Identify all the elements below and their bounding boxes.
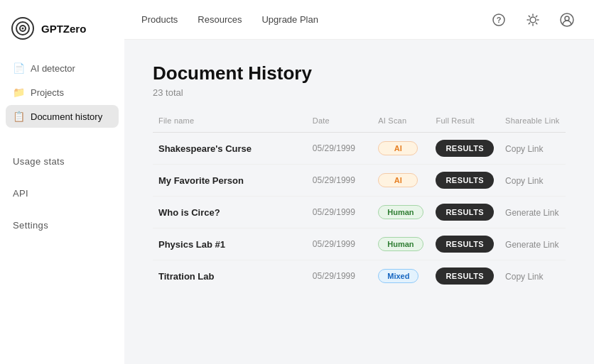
sidebar-item-ai-detector[interactable]: 📄 AI detector [6, 57, 119, 79]
results-button[interactable]: RESULTS [436, 172, 494, 189]
ai-scan-badge: AI [378, 141, 418, 155]
topnav-products[interactable]: Products [141, 14, 178, 25]
col-header-sharelink: Shareable Link [500, 112, 566, 133]
history-icon: 📋 [13, 111, 25, 122]
table-row: Physics Lab #1 05/29/1999 Human RESULTS … [153, 228, 566, 260]
results-button[interactable]: RESULTS [436, 140, 494, 157]
cell-filename: Physics Lab #1 [153, 228, 307, 260]
ai-scan-badge: Human [378, 237, 423, 251]
ai-scan-badge: Human [378, 205, 423, 219]
cell-filename: My Favorite Person [153, 165, 307, 197]
svg-point-15 [565, 16, 569, 21]
sidebar-bottom: Usage stats API Settings [0, 133, 124, 233]
help-icon[interactable]: ? [489, 10, 509, 30]
content-area: Document History 23 total File name Date… [124, 40, 594, 314]
svg-text:?: ? [497, 16, 502, 24]
col-header-fullresult: Full Result [430, 112, 500, 133]
cell-fullresult: RESULTS [430, 260, 500, 292]
col-header-filename: File name [153, 112, 307, 133]
topnav-upgrade[interactable]: Upgrade Plan [261, 14, 318, 25]
cell-sharelink: Copy Link [500, 165, 566, 197]
sidebar-item-label: Projects [31, 87, 64, 98]
svg-line-10 [529, 16, 529, 16]
results-button[interactable]: RESULTS [436, 268, 494, 285]
logo-text: GPTZero [41, 23, 86, 35]
page-subtitle: 23 total [153, 87, 566, 98]
table-row: Titration Lab 05/29/1999 Mixed RESULTS C… [153, 260, 566, 292]
page-title: Document History [153, 62, 566, 84]
cell-aiscan: Human [372, 228, 430, 260]
table-row: Who is Circe? 05/29/1999 Human RESULTS G… [153, 197, 566, 228]
cell-date: 05/29/1999 [307, 133, 372, 165]
cell-fullresult: RESULTS [430, 197, 500, 228]
file-icon: 📄 [13, 62, 25, 74]
cell-filename: Who is Circe? [153, 197, 307, 228]
copy-link-button[interactable]: Copy Link [505, 176, 543, 186]
cell-sharelink: Copy Link [500, 260, 566, 292]
copy-link-button[interactable]: Copy Link [505, 272, 543, 282]
cell-filename: Titration Lab [153, 260, 307, 292]
table-row: My Favorite Person 05/29/1999 AI RESULTS… [153, 165, 566, 197]
table-row: Shakespeare's Curse 05/29/1999 AI RESULT… [153, 133, 566, 165]
generate-link-button[interactable]: Generate Link [505, 240, 558, 250]
logo-area: GPTZero [0, 11, 124, 57]
cell-sharelink: Generate Link [500, 197, 566, 228]
topnav: Products Resources Upgrade Plan ? [124, 0, 594, 40]
usage-stats-label[interactable]: Usage stats [6, 148, 119, 170]
ai-scan-badge: AI [378, 173, 418, 187]
settings-label[interactable]: Settings [6, 216, 119, 233]
main-area: Products Resources Upgrade Plan ? [124, 0, 594, 364]
results-button[interactable]: RESULTS [436, 236, 494, 253]
cell-fullresult: RESULTS [430, 165, 500, 197]
folder-icon: 📁 [13, 87, 25, 98]
api-label[interactable]: API [6, 184, 119, 202]
cell-aiscan: Human [372, 197, 430, 228]
cell-date: 05/29/1999 [307, 228, 372, 260]
results-button[interactable]: RESULTS [436, 204, 494, 221]
cell-aiscan: Mixed [372, 260, 430, 292]
sidebar-item-label: AI detector [31, 63, 75, 74]
generate-link-button[interactable]: Generate Link [505, 208, 558, 218]
svg-line-12 [536, 16, 536, 16]
cell-sharelink: Generate Link [500, 228, 566, 260]
svg-point-2 [22, 28, 24, 30]
topnav-links: Products Resources Upgrade Plan [141, 14, 318, 25]
topnav-resources[interactable]: Resources [198, 14, 242, 25]
cell-date: 05/29/1999 [307, 260, 372, 292]
theme-toggle-icon[interactable] [523, 10, 543, 30]
cell-date: 05/29/1999 [307, 197, 372, 228]
svg-point-5 [530, 17, 536, 23]
cell-aiscan: AI [372, 133, 430, 165]
sidebar-item-label: Document history [31, 111, 102, 122]
cell-fullresult: RESULTS [430, 133, 500, 165]
svg-line-11 [536, 23, 536, 23]
ai-scan-badge: Mixed [378, 269, 418, 283]
copy-link-button[interactable]: Copy Link [505, 144, 543, 154]
account-icon[interactable] [557, 10, 577, 30]
sidebar-nav: 📄 AI detector 📁 Projects 📋 Document hist… [0, 57, 124, 128]
logo-icon [11, 17, 34, 40]
cell-filename: Shakespeare's Curse [153, 133, 307, 165]
col-header-date: Date [307, 112, 372, 133]
svg-line-13 [529, 23, 529, 23]
cell-date: 05/29/1999 [307, 165, 372, 197]
cell-sharelink: Copy Link [500, 133, 566, 165]
document-table: File name Date AI Scan Full Result Share… [153, 112, 566, 292]
cell-aiscan: AI [372, 165, 430, 197]
col-header-aiscan: AI Scan [372, 112, 430, 133]
sidebar: GPTZero 📄 AI detector 📁 Projects 📋 Docum… [0, 0, 124, 364]
sidebar-item-document-history[interactable]: 📋 Document history [6, 105, 119, 128]
cell-fullresult: RESULTS [430, 228, 500, 260]
sidebar-item-projects[interactable]: 📁 Projects [6, 81, 119, 104]
